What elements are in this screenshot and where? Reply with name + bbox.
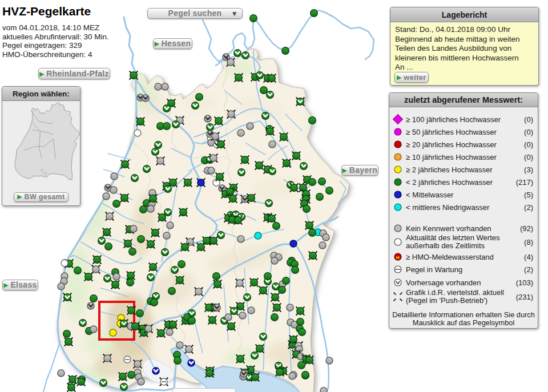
svg-text:< 2 jährliches Hochwasser: < 2 jährliches Hochwasser (406, 178, 493, 187)
svg-text:(0): (0) (524, 140, 533, 149)
svg-text:(4): (4) (524, 253, 533, 261)
svg-text:Grafik i.d.R. viertelstdl. akt: Grafik i.d.R. viertelstdl. aktuell (406, 288, 504, 297)
svg-text:Mausklick auf das Pegelsymbol: Mausklick auf das Pegelsymbol (413, 318, 515, 327)
svg-text:≥ 10 jährliches Hochwasser: ≥ 10 jährliches Hochwasser (406, 153, 497, 161)
svg-text:(103): (103) (516, 278, 533, 287)
svg-text:(0): (0) (524, 153, 533, 161)
svg-text:(217): (217) (516, 178, 533, 187)
svg-text:≥ 20 jährliches Hochwasser: ≥ 20 jährliches Hochwasser (406, 140, 497, 149)
svg-text:(231): (231) (516, 293, 533, 301)
svg-text:≥ HMO-Meldewasserstand: ≥ HMO-Meldewasserstand (406, 253, 494, 261)
svg-text:≥ 100 jährliches Hochwasser: ≥ 100 jährliches Hochwasser (406, 115, 501, 124)
svg-text:Vorhersage vorhanden: Vorhersage vorhanden (406, 278, 481, 287)
svg-text:(3): (3) (524, 165, 533, 174)
svg-text:Kein Kennwert vorhanden: Kein Kennwert vorhanden (406, 224, 491, 233)
svg-text:(Pegel im 'Push-Betrieb'): (Pegel im 'Push-Betrieb') (406, 296, 487, 305)
svg-text:(8): (8) (524, 238, 533, 246)
svg-text:Aktualität des letzten Wertes: Aktualität des letzten Wertes (406, 233, 500, 242)
svg-text:< Mittelwasser: < Mittelwasser (406, 191, 454, 199)
svg-text:≥ 50 jährliches Hochwasser: ≥ 50 jährliches Hochwasser (406, 128, 497, 136)
svg-text:< mittleres Niedrigwasser: < mittleres Niedrigwasser (406, 203, 490, 212)
svg-text:(92): (92) (520, 224, 533, 233)
svg-text:(2): (2) (524, 203, 533, 212)
svg-text:außerhalb des Zeitlimits: außerhalb des Zeitlimits (406, 241, 485, 250)
svg-text:(2): (2) (524, 265, 533, 274)
svg-text:(0): (0) (524, 115, 533, 124)
svg-text:Pegel in Wartung: Pegel in Wartung (406, 265, 462, 274)
svg-text:(5): (5) (524, 191, 533, 199)
svg-text:(0): (0) (524, 128, 533, 136)
svg-text:Detaillierte Informationen erh: Detaillierte Informationen erhalten Sie … (392, 310, 535, 319)
svg-text:H: H (396, 255, 400, 260)
svg-text:≥ 2 jährliches Hochwasser: ≥ 2 jährliches Hochwasser (406, 165, 493, 174)
